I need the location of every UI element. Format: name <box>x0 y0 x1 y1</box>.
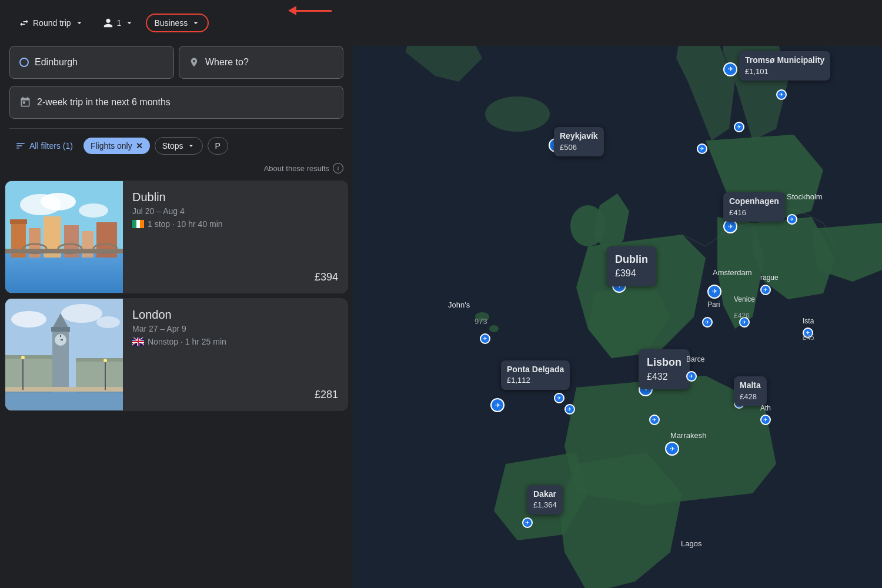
cabin-class-button[interactable]: Business <box>146 14 209 32</box>
stops-label: Stops <box>162 141 183 151</box>
lisbon-map-label[interactable]: Lisbon £432 <box>639 349 690 389</box>
svg-point-54 <box>489 325 499 332</box>
main-content: Edinburgh Where to? 2-week trip in the n… <box>0 46 882 588</box>
dot-azores2[interactable] <box>564 404 575 415</box>
svg-rect-11 <box>96 222 117 258</box>
about-results: About these results i <box>0 163 353 181</box>
tromsoe-dot[interactable] <box>723 62 737 76</box>
paris-label: Pari <box>707 300 720 309</box>
svg-rect-20 <box>140 220 144 228</box>
left-panel: Edinburgh Where to? 2-week trip in the n… <box>0 46 353 588</box>
svg-point-2 <box>41 193 76 211</box>
lagos-label: Lagos <box>681 539 701 548</box>
svg-rect-9 <box>64 225 79 258</box>
dakar-label[interactable]: Dakar £1,364 <box>527 485 563 514</box>
dakar-name: Dakar <box>533 489 557 500</box>
svg-rect-10 <box>82 231 93 258</box>
svg-rect-8 <box>44 216 61 258</box>
map-area: Tromsø Municipality £1,101 Reykjavík £50… <box>353 46 882 588</box>
dublin-illustration <box>5 181 123 293</box>
stops-filter-button[interactable]: Stops <box>155 137 203 155</box>
dublin-dates: Jul 20 – Aug 4 <box>132 206 338 216</box>
london-stops: Nonstop · 1 hr 25 min <box>132 337 338 346</box>
malta-name: Malta <box>740 380 761 392</box>
tromsoe-name: Tromsø Municipality <box>745 55 824 66</box>
reykjavik-price: £506 <box>560 142 598 153</box>
partial-label: P <box>215 141 220 151</box>
result-card-london[interactable]: London Mar 27 – Apr 9 <box>5 298 348 411</box>
flights-only-chip[interactable]: Flights only ✕ <box>83 138 150 154</box>
dot-north2[interactable] <box>776 89 787 100</box>
tromsoe-price: £1,101 <box>745 66 824 77</box>
london-dates: Mar 27 – Apr 9 <box>132 324 338 333</box>
svg-point-40 <box>103 359 107 362</box>
svg-point-3 <box>79 203 108 218</box>
ponta-label[interactable]: Ponta Delgada £1,112 <box>501 360 570 390</box>
johns-dot[interactable] <box>480 333 490 344</box>
filters-row: All filters (1) Flights only ✕ Stops P <box>0 137 353 163</box>
divider <box>9 128 343 129</box>
svg-rect-6 <box>10 219 27 224</box>
dublin-card-info: Dublin Jul 20 – Aug 4 1 stop · 10 hr 40 … <box>123 181 348 293</box>
dot-azores[interactable] <box>554 393 564 403</box>
person-icon <box>103 18 113 28</box>
round-trip-button[interactable]: Round trip <box>12 13 91 33</box>
johns-label: John's <box>448 300 470 309</box>
about-results-label: About these results <box>264 164 329 173</box>
amsterdam-dot[interactable] <box>707 285 721 299</box>
origin-input[interactable]: Edinburgh <box>9 46 174 79</box>
malta-price: £428 <box>740 392 761 402</box>
stockholm-label[interactable]: Stockholm <box>787 192 823 201</box>
svg-point-23 <box>61 304 102 323</box>
dot-north3[interactable] <box>697 143 707 154</box>
origin-icon <box>19 58 29 67</box>
marrakesh-dot[interactable] <box>665 442 679 456</box>
london-illustration <box>5 299 123 410</box>
uk-flag <box>132 338 144 346</box>
svg-point-24 <box>96 316 120 328</box>
round-trip-label: Round trip <box>33 18 71 28</box>
top-bar: Round trip 1 Business <box>0 0 882 46</box>
malta-label[interactable]: Malta £428 <box>734 376 767 406</box>
athens-dot[interactable] <box>760 415 771 425</box>
svg-rect-49 <box>132 341 144 342</box>
passenger-count: 1 <box>117 18 122 28</box>
dublin-map-label[interactable]: Dublin £394 <box>607 246 656 286</box>
copenhagen-name: Copenhagen <box>729 196 779 208</box>
istanbul-price: £45 <box>803 333 814 342</box>
dot-iberia1[interactable] <box>649 415 660 425</box>
svg-point-22 <box>11 311 46 328</box>
destination-input[interactable]: Where to? <box>179 46 343 79</box>
passengers-button[interactable]: 1 <box>96 13 142 33</box>
dot-north1[interactable] <box>734 122 744 132</box>
dakar-dot[interactable] <box>522 517 533 528</box>
prague-dot[interactable] <box>760 285 771 295</box>
info-icon[interactable]: i <box>333 163 343 173</box>
ireland-flag <box>132 220 144 228</box>
chevron-down-icon-3 <box>191 18 201 28</box>
all-filters-button[interactable]: All filters (1) <box>9 137 79 155</box>
partial-filter-button[interactable]: P <box>208 137 228 155</box>
svg-rect-27 <box>51 327 70 332</box>
result-card-dublin[interactable]: Dublin Jul 20 – Aug 4 1 stop · 10 hr 40 … <box>5 181 348 293</box>
reykjavik-label[interactable]: Reykjavík £506 <box>554 127 604 156</box>
svg-rect-7 <box>29 228 41 258</box>
search-inputs-row: Edinburgh Where to? <box>0 46 353 86</box>
swap-horiz-icon <box>19 18 29 28</box>
ponta-price: £1,112 <box>507 375 564 386</box>
svg-rect-5 <box>11 222 26 258</box>
amsterdam-label: Amsterdam <box>713 268 751 277</box>
london-image <box>5 299 123 410</box>
flights-only-close[interactable]: ✕ <box>136 141 143 151</box>
tromsoe-label[interactable]: Tromsø Municipality £1,101 <box>739 51 830 81</box>
date-input[interactable]: 2-week trip in the next 6 months <box>9 86 343 119</box>
copenhagen-label[interactable]: Copenhagen £416 <box>723 192 785 222</box>
dublin-price: £394 <box>132 271 338 283</box>
london-price: £281 <box>132 389 338 401</box>
london-card-info: London Mar 27 – Apr 9 <box>123 299 348 410</box>
svg-rect-4 <box>5 252 123 293</box>
paris-dot[interactable] <box>702 317 713 328</box>
barcelona-label: Barce <box>686 355 704 363</box>
stockholm-dot[interactable] <box>787 214 797 225</box>
dublin-map-name: Dublin <box>615 252 648 267</box>
